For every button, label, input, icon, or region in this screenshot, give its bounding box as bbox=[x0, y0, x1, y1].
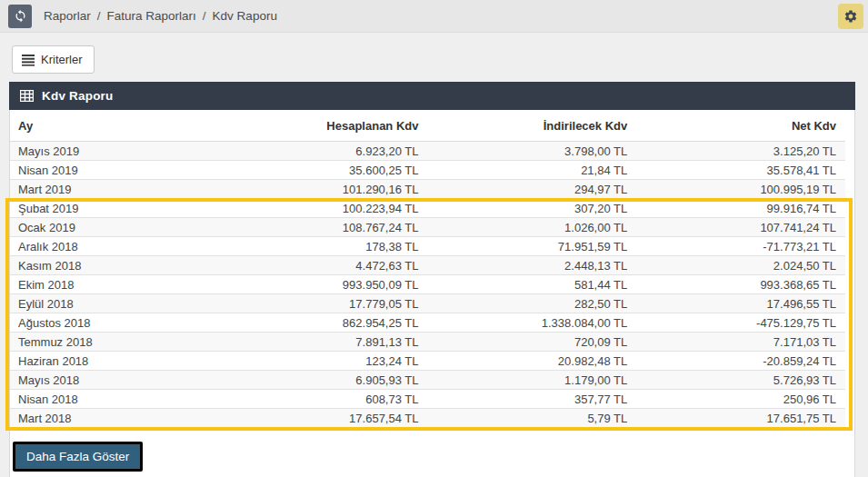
cell-net: 993.368,65 TL bbox=[636, 275, 845, 294]
column-header-indirilecek-kdv: İndirilecek Kdv bbox=[427, 110, 636, 142]
refresh-button[interactable] bbox=[8, 5, 32, 28]
cell-hesaplanan: 101.290,16 TL bbox=[235, 180, 427, 199]
kriterler-button[interactable]: Kriterler bbox=[12, 45, 95, 74]
table-row: Nisan 2018608,73 TL357,77 TL250,96 TL bbox=[10, 390, 845, 409]
refresh-icon bbox=[14, 9, 27, 23]
cell-net: -71.773,21 TL bbox=[636, 237, 845, 256]
cell-indirilecek: 5,79 TL bbox=[427, 409, 636, 428]
cell-hesaplanan: 17.657,54 TL bbox=[235, 409, 427, 428]
breadcrumb-item-raporlar[interactable]: Raporlar bbox=[44, 9, 91, 23]
cell-net: 7.171,03 TL bbox=[636, 333, 845, 352]
table-row: Mart 201817.657,54 TL5,79 TL17.651,75 TL bbox=[10, 409, 845, 428]
cell-ay: Temmuz 2018 bbox=[10, 333, 235, 352]
topbar: Raporlar / Fatura Raporları / Kdv Raporu bbox=[0, 0, 868, 33]
table-row: Temmuz 20187.891,13 TL720,09 TL7.171,03 … bbox=[10, 333, 845, 352]
cell-ay: Mayıs 2018 bbox=[10, 371, 235, 390]
table-row: Nisan 201935.600,25 TL21,84 TL35.578,41 … bbox=[10, 161, 845, 180]
table-row: Haziran 2018123,24 TL20.982,48 TL-20.859… bbox=[10, 352, 845, 371]
cell-net: 99.916,74 TL bbox=[636, 199, 845, 218]
cell-hesaplanan: 17.779,05 TL bbox=[235, 294, 427, 313]
table-row: Eylül 201817.779,05 TL282,50 TL17.496,55… bbox=[10, 294, 845, 313]
cell-net: -20.859,24 TL bbox=[636, 352, 845, 371]
column-header-net-kdv: Net Kdv bbox=[636, 110, 845, 142]
breadcrumb-separator: / bbox=[97, 9, 101, 23]
cell-ay: Nisan 2019 bbox=[10, 161, 235, 180]
cell-ay: Eylül 2018 bbox=[10, 294, 235, 313]
cell-indirilecek: 1.179,00 TL bbox=[427, 371, 636, 390]
cell-net: -475.129,75 TL bbox=[636, 313, 845, 333]
cell-net: 35.578,41 TL bbox=[636, 161, 845, 180]
panel-title: Kdv Raporu bbox=[42, 89, 114, 103]
column-header-hesaplanan-kdv: Hesaplanan Kdv bbox=[235, 110, 427, 142]
cell-net: 100.995,19 TL bbox=[636, 180, 845, 199]
cell-net: 17.651,75 TL bbox=[636, 409, 845, 428]
panel-header: Kdv Raporu bbox=[9, 82, 855, 110]
cell-ay: Haziran 2018 bbox=[10, 352, 235, 371]
cell-ay: Şubat 2019 bbox=[10, 199, 235, 218]
list-icon bbox=[22, 54, 35, 66]
cell-ay: Ekim 2018 bbox=[10, 275, 235, 294]
cell-net: 17.496,55 TL bbox=[636, 294, 845, 313]
report-panel: Kdv Raporu Ay Hesaplanan Kdv İndirilecek… bbox=[9, 82, 855, 477]
cell-hesaplanan: 100.223,94 TL bbox=[235, 199, 427, 218]
cell-hesaplanan: 608,73 TL bbox=[235, 390, 427, 409]
cell-ay: Ağustos 2018 bbox=[10, 313, 235, 333]
cell-indirilecek: 581,44 TL bbox=[427, 275, 636, 294]
cell-ay: Mart 2018 bbox=[10, 409, 235, 428]
cell-hesaplanan: 123,24 TL bbox=[235, 352, 427, 371]
cell-hesaplanan: 6.905,93 TL bbox=[235, 371, 427, 390]
table-grid-icon bbox=[20, 90, 34, 102]
cell-ay: Kasım 2018 bbox=[10, 256, 235, 275]
table-row: Mayıs 20196.923,20 TL3.798,00 TL3.125,20… bbox=[10, 142, 845, 161]
cell-net: 5.726,93 TL bbox=[636, 371, 845, 390]
criteria-toolbar: Kriterler bbox=[0, 33, 868, 82]
cell-hesaplanan: 6.923,20 TL bbox=[235, 142, 427, 161]
cell-ay: Aralık 2018 bbox=[10, 237, 235, 256]
table-row: Ekim 2018993.950,09 TL581,44 TL993.368,6… bbox=[10, 275, 845, 294]
cell-hesaplanan: 7.891,13 TL bbox=[235, 333, 427, 352]
cell-indirilecek: 282,50 TL bbox=[427, 294, 636, 313]
table-row: Mart 2019101.290,16 TL294,97 TL100.995,1… bbox=[10, 180, 845, 199]
cell-indirilecek: 71.951,59 TL bbox=[427, 237, 636, 256]
cell-indirilecek: 2.448,13 TL bbox=[427, 256, 636, 275]
cell-ay: Mayıs 2019 bbox=[10, 142, 235, 161]
settings-button[interactable] bbox=[838, 4, 863, 29]
cell-net: 107.741,24 TL bbox=[636, 218, 845, 237]
cell-hesaplanan: 993.950,09 TL bbox=[235, 275, 427, 294]
cell-hesaplanan: 178,38 TL bbox=[235, 237, 427, 256]
cell-net: 2.024,50 TL bbox=[636, 256, 845, 275]
cell-net: 250,96 TL bbox=[636, 390, 845, 409]
table-row: Ağustos 2018862.954,25 TL1.338.084,00 TL… bbox=[10, 313, 845, 333]
column-header-ay: Ay bbox=[10, 110, 235, 142]
table-row: Ocak 2019108.767,24 TL1.026,00 TL107.741… bbox=[10, 218, 845, 237]
cell-ay: Mart 2019 bbox=[10, 180, 235, 199]
report-table: Ay Hesaplanan Kdv İndirilecek Kdv Net Kd… bbox=[10, 110, 845, 428]
cell-indirilecek: 357,77 TL bbox=[427, 390, 636, 409]
table-row: Mayıs 20186.905,93 TL1.179,00 TL5.726,93… bbox=[10, 371, 845, 390]
cell-indirilecek: 294,97 TL bbox=[427, 180, 636, 199]
table-row: Şubat 2019100.223,94 TL307,20 TL99.916,7… bbox=[10, 199, 845, 218]
table-header: Ay Hesaplanan Kdv İndirilecek Kdv Net Kd… bbox=[10, 110, 845, 142]
cell-indirilecek: 20.982,48 TL bbox=[427, 352, 636, 371]
cell-indirilecek: 1.338.084,00 TL bbox=[427, 313, 636, 333]
panel-footer: Daha Fazla Göster bbox=[10, 428, 854, 472]
breadcrumb-item-fatura-raporlari[interactable]: Fatura Raporları bbox=[107, 9, 196, 23]
cell-hesaplanan: 108.767,24 TL bbox=[235, 218, 427, 237]
cell-hesaplanan: 4.472,63 TL bbox=[235, 256, 427, 275]
cell-hesaplanan: 35.600,25 TL bbox=[235, 161, 427, 180]
gear-icon bbox=[843, 9, 858, 24]
kriterler-label: Kriterler bbox=[41, 53, 83, 66]
load-more-button[interactable]: Daha Fazla Göster bbox=[13, 442, 143, 472]
breadcrumb: Raporlar / Fatura Raporları / Kdv Raporu bbox=[44, 9, 277, 23]
table-row: Aralık 2018178,38 TL71.951,59 TL-71.773,… bbox=[10, 237, 845, 256]
table-row: Kasım 20184.472,63 TL2.448,13 TL2.024,50… bbox=[10, 256, 845, 275]
cell-net: 3.125,20 TL bbox=[636, 142, 845, 161]
cell-indirilecek: 307,20 TL bbox=[427, 199, 636, 218]
cell-indirilecek: 21,84 TL bbox=[427, 161, 636, 180]
cell-ay: Ocak 2019 bbox=[10, 218, 235, 237]
breadcrumb-item-kdv-raporu[interactable]: Kdv Raporu bbox=[213, 9, 277, 23]
cell-ay: Nisan 2018 bbox=[10, 390, 235, 409]
report-table-body: Mayıs 20196.923,20 TL3.798,00 TL3.125,20… bbox=[10, 142, 845, 428]
cell-indirilecek: 720,09 TL bbox=[427, 333, 636, 352]
breadcrumb-separator: / bbox=[203, 9, 206, 23]
